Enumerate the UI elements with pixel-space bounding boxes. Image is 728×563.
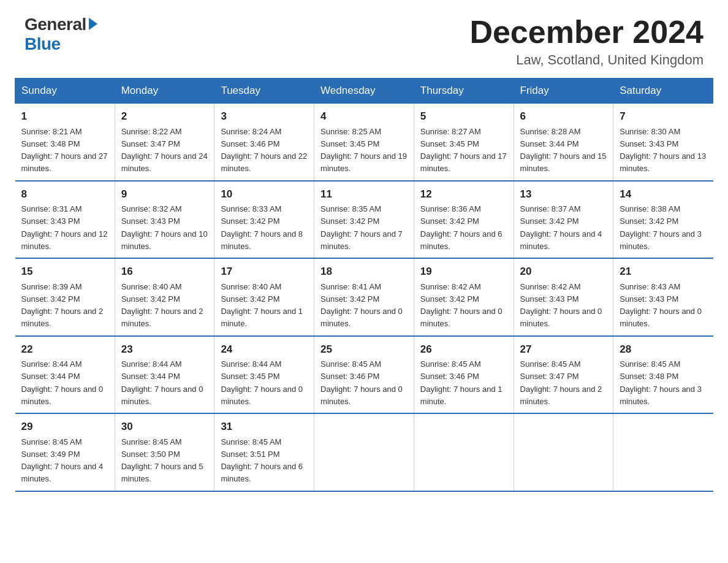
- calendar-cell: 13Sunrise: 8:37 AMSunset: 3:42 PMDayligh…: [514, 181, 613, 259]
- calendar-cell: 12Sunrise: 8:36 AMSunset: 3:42 PMDayligh…: [414, 181, 514, 259]
- calendar-cell: 8Sunrise: 8:31 AMSunset: 3:43 PMDaylight…: [15, 181, 115, 259]
- day-number: 30: [121, 419, 208, 435]
- calendar-header: SundayMondayTuesdayWednesdayThursdayFrid…: [15, 79, 713, 104]
- calendar-week-row: 22Sunrise: 8:44 AMSunset: 3:44 PMDayligh…: [15, 336, 713, 414]
- calendar-cell: 29Sunrise: 8:45 AMSunset: 3:49 PMDayligh…: [15, 413, 115, 491]
- day-info: Sunrise: 8:45 AMSunset: 3:49 PMDaylight:…: [21, 437, 104, 484]
- day-info: Sunrise: 8:33 AMSunset: 3:42 PMDaylight:…: [221, 204, 303, 251]
- calendar-cell: 30Sunrise: 8:45 AMSunset: 3:50 PMDayligh…: [115, 413, 214, 491]
- calendar-cell: [414, 413, 514, 491]
- calendar-week-row: 1Sunrise: 8:21 AMSunset: 3:48 PMDaylight…: [15, 104, 713, 181]
- calendar-cell: 1Sunrise: 8:21 AMSunset: 3:48 PMDaylight…: [15, 104, 115, 181]
- day-number: 4: [320, 109, 408, 124]
- calendar-body: 1Sunrise: 8:21 AMSunset: 3:48 PMDaylight…: [15, 104, 713, 491]
- day-number: 25: [320, 342, 408, 358]
- day-info: Sunrise: 8:42 AMSunset: 3:42 PMDaylight:…: [420, 282, 502, 329]
- day-info: Sunrise: 8:27 AMSunset: 3:45 PMDaylight:…: [420, 127, 507, 174]
- calendar-cell: 16Sunrise: 8:40 AMSunset: 3:42 PMDayligh…: [115, 258, 214, 336]
- day-number: 2: [121, 109, 208, 124]
- weekday-header-sunday: Sunday: [15, 79, 115, 104]
- day-info: Sunrise: 8:44 AMSunset: 3:44 PMDaylight:…: [21, 359, 104, 406]
- day-info: Sunrise: 8:45 AMSunset: 3:47 PMDaylight:…: [520, 359, 602, 406]
- weekday-header-tuesday: Tuesday: [214, 79, 314, 104]
- calendar-cell: [613, 413, 713, 491]
- calendar-cell: 5Sunrise: 8:27 AMSunset: 3:45 PMDaylight…: [414, 104, 514, 181]
- calendar-cell: 24Sunrise: 8:44 AMSunset: 3:45 PMDayligh…: [214, 336, 314, 414]
- day-info: Sunrise: 8:44 AMSunset: 3:45 PMDaylight:…: [221, 359, 303, 406]
- day-info: Sunrise: 8:40 AMSunset: 3:42 PMDaylight:…: [221, 282, 303, 329]
- calendar-cell: 25Sunrise: 8:45 AMSunset: 3:46 PMDayligh…: [314, 336, 414, 414]
- calendar-cell: 11Sunrise: 8:35 AMSunset: 3:42 PMDayligh…: [314, 181, 414, 259]
- day-number: 17: [221, 264, 308, 280]
- day-info: Sunrise: 8:22 AMSunset: 3:47 PMDaylight:…: [121, 127, 208, 174]
- day-number: 23: [121, 342, 208, 358]
- day-number: 13: [520, 186, 607, 202]
- day-info: Sunrise: 8:21 AMSunset: 3:48 PMDaylight:…: [21, 127, 108, 174]
- weekday-header-monday: Monday: [115, 79, 214, 104]
- day-number: 15: [21, 264, 108, 280]
- day-number: 21: [620, 264, 707, 280]
- day-number: 31: [221, 419, 308, 435]
- calendar-cell: 18Sunrise: 8:41 AMSunset: 3:42 PMDayligh…: [314, 258, 414, 336]
- calendar-cell: 20Sunrise: 8:42 AMSunset: 3:43 PMDayligh…: [514, 258, 613, 336]
- day-info: Sunrise: 8:41 AMSunset: 3:42 PMDaylight:…: [320, 282, 403, 329]
- day-info: Sunrise: 8:38 AMSunset: 3:42 PMDaylight:…: [620, 204, 702, 251]
- day-number: 27: [520, 342, 607, 358]
- day-info: Sunrise: 8:30 AMSunset: 3:43 PMDaylight:…: [620, 127, 706, 174]
- calendar-cell: 14Sunrise: 8:38 AMSunset: 3:42 PMDayligh…: [613, 181, 713, 259]
- weekday-header-saturday: Saturday: [613, 79, 713, 104]
- calendar-cell: 15Sunrise: 8:39 AMSunset: 3:42 PMDayligh…: [15, 258, 115, 336]
- calendar-cell: 6Sunrise: 8:28 AMSunset: 3:44 PMDaylight…: [514, 104, 613, 181]
- page-header: General Blue December 2024 Law, Scotland…: [0, 0, 728, 78]
- calendar-cell: 3Sunrise: 8:24 AMSunset: 3:46 PMDaylight…: [214, 104, 314, 181]
- calendar-container: SundayMondayTuesdayWednesdayThursdayFrid…: [0, 78, 728, 507]
- calendar-week-row: 8Sunrise: 8:31 AMSunset: 3:43 PMDaylight…: [15, 181, 713, 259]
- day-number: 3: [221, 109, 308, 124]
- day-number: 10: [221, 186, 308, 202]
- weekday-header-row: SundayMondayTuesdayWednesdayThursdayFrid…: [15, 79, 713, 104]
- day-info: Sunrise: 8:32 AMSunset: 3:43 PMDaylight:…: [121, 204, 208, 251]
- day-number: 12: [420, 186, 507, 202]
- day-info: Sunrise: 8:37 AMSunset: 3:42 PMDaylight:…: [520, 204, 602, 251]
- day-number: 14: [620, 186, 707, 202]
- day-info: Sunrise: 8:45 AMSunset: 3:46 PMDaylight:…: [420, 359, 502, 406]
- day-info: Sunrise: 8:31 AMSunset: 3:43 PMDaylight:…: [21, 204, 108, 251]
- day-info: Sunrise: 8:36 AMSunset: 3:42 PMDaylight:…: [420, 204, 502, 251]
- day-number: 5: [420, 109, 507, 124]
- calendar-cell: 23Sunrise: 8:44 AMSunset: 3:44 PMDayligh…: [115, 336, 214, 414]
- day-number: 11: [320, 186, 408, 202]
- day-number: 19: [420, 264, 507, 280]
- day-number: 7: [620, 109, 707, 124]
- calendar-cell: 26Sunrise: 8:45 AMSunset: 3:46 PMDayligh…: [414, 336, 514, 414]
- calendar-cell: [314, 413, 414, 491]
- day-number: 24: [221, 342, 308, 358]
- day-number: 29: [21, 419, 108, 435]
- day-info: Sunrise: 8:40 AMSunset: 3:42 PMDaylight:…: [121, 282, 203, 329]
- logo-blue-text: Blue: [25, 34, 61, 54]
- day-number: 1: [21, 109, 108, 124]
- calendar-cell: 21Sunrise: 8:43 AMSunset: 3:43 PMDayligh…: [613, 258, 713, 336]
- calendar-cell: 22Sunrise: 8:44 AMSunset: 3:44 PMDayligh…: [15, 336, 115, 414]
- calendar-week-row: 15Sunrise: 8:39 AMSunset: 3:42 PMDayligh…: [15, 258, 713, 336]
- day-number: 28: [620, 342, 707, 358]
- day-number: 6: [520, 109, 607, 124]
- calendar-cell: 31Sunrise: 8:45 AMSunset: 3:51 PMDayligh…: [214, 413, 314, 491]
- day-info: Sunrise: 8:39 AMSunset: 3:42 PMDaylight:…: [21, 282, 104, 329]
- calendar-cell: 19Sunrise: 8:42 AMSunset: 3:42 PMDayligh…: [414, 258, 514, 336]
- calendar-table: SundayMondayTuesdayWednesdayThursdayFrid…: [15, 78, 713, 492]
- calendar-cell: 28Sunrise: 8:45 AMSunset: 3:48 PMDayligh…: [613, 336, 713, 414]
- day-number: 26: [420, 342, 507, 358]
- weekday-header-friday: Friday: [514, 79, 613, 104]
- day-info: Sunrise: 8:44 AMSunset: 3:44 PMDaylight:…: [121, 359, 203, 406]
- logo: General Blue: [25, 15, 97, 54]
- weekday-header-wednesday: Wednesday: [314, 79, 414, 104]
- day-info: Sunrise: 8:45 AMSunset: 3:48 PMDaylight:…: [620, 359, 702, 406]
- day-info: Sunrise: 8:45 AMSunset: 3:51 PMDaylight:…: [221, 437, 303, 484]
- day-number: 16: [121, 264, 208, 280]
- day-number: 22: [21, 342, 108, 358]
- location-text: Law, Scotland, United Kingdom: [469, 52, 703, 68]
- calendar-cell: 9Sunrise: 8:32 AMSunset: 3:43 PMDaylight…: [115, 181, 214, 259]
- logo-general-text: General: [25, 15, 86, 34]
- day-number: 20: [520, 264, 607, 280]
- logo-triangle-icon: [89, 18, 97, 30]
